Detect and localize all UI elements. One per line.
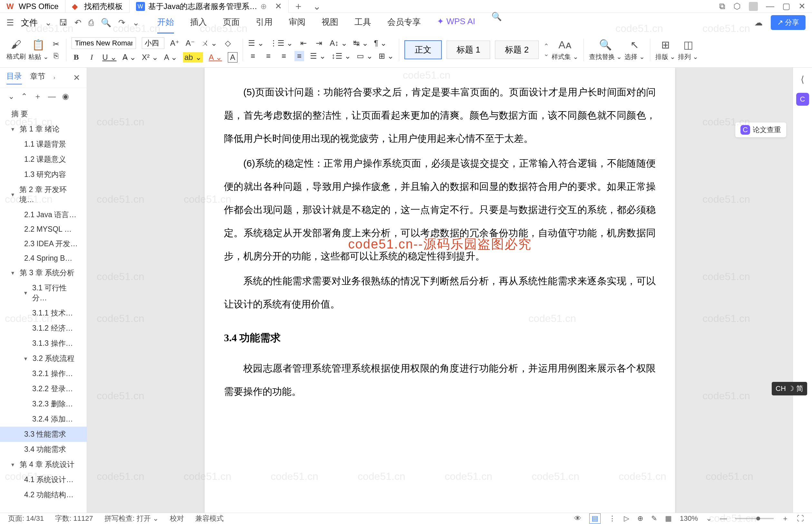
copy-icon[interactable]: ⎘ [51, 51, 61, 60]
align-center-icon[interactable]: ≡ [264, 52, 273, 61]
outline-item-8[interactable]: 2.3 IDEA 开发… [0, 236, 87, 251]
preview-icon[interactable]: 🔍 [101, 18, 111, 28]
outline-item-4[interactable]: 1.3 研究内容 [0, 167, 87, 182]
cube-icon[interactable]: ⬡ [733, 1, 741, 11]
zoom-in-icon[interactable]: ＋ [782, 514, 789, 523]
chevron-down-icon[interactable]: ▾ [11, 269, 17, 277]
maximize-icon[interactable]: ▢ [782, 1, 791, 11]
select-button[interactable]: ↖ 选择 ⌄ [625, 39, 645, 61]
outline-item-0[interactable]: 摘 要 [0, 107, 87, 121]
highlight-button[interactable]: ab ⌄ [183, 52, 203, 63]
hamburger-icon[interactable]: ☰ [6, 18, 14, 28]
menu-tab-wpsai[interactable]: ✦ WPS AI [437, 12, 475, 33]
increase-font-icon[interactable]: A⁺ [170, 39, 180, 48]
window-icon[interactable]: ⧉ [719, 1, 725, 11]
tab-document[interactable]: W 基于Java的志愿者服务管理系… ⊕ ✕ [130, 0, 289, 13]
outline-item-1[interactable]: ▾第 1 章 绪论 [0, 121, 87, 137]
outline-item-15[interactable]: ▾3.2 系统流程 [0, 351, 87, 366]
eye-icon[interactable]: 👁 [574, 514, 581, 523]
tab-templates[interactable]: ◆ 找稻壳模板 [65, 0, 130, 13]
outline-item-23[interactable]: 4.1 系统设计… [0, 472, 87, 487]
outline-item-3[interactable]: 1.2 课题意义 [0, 152, 87, 167]
outline-item-14[interactable]: 3.1.3 操作… [0, 336, 87, 351]
menu-tab-view[interactable]: 视图 [321, 12, 338, 33]
tab-wps-office[interactable]: W WPS Office [0, 0, 65, 13]
file-menu[interactable]: 文件 [21, 17, 38, 28]
paragraph-perf[interactable]: 系统的性能需求需要对业务很熟练的情况下判断然后分析，再从系统性能需求来逐条实现，… [224, 269, 656, 316]
clear-format-icon[interactable]: ◇ [223, 39, 233, 48]
collapse-icon[interactable]: ⌃ [21, 92, 28, 101]
search-icon[interactable]: 🔍 [492, 12, 502, 33]
minimize-icon[interactable]: — [766, 1, 774, 11]
chevron-down-icon[interactable]: ▾ [11, 126, 17, 133]
outline-item-18[interactable]: 3.2.3 删除… [0, 396, 87, 411]
redo-icon[interactable]: ↷ [118, 18, 125, 28]
outline-item-24[interactable]: 4.2 功能结构… [0, 487, 87, 503]
play-icon[interactable]: ▷ [624, 514, 629, 523]
view-icon[interactable]: ◉ [62, 92, 69, 101]
layout-mode-icon[interactable]: ⋮ [609, 514, 616, 523]
paragraph-func[interactable]: 校园志愿者管理系统管理系统根据使用权限的角度进行功能分析，并运用用例图来展示各个… [224, 357, 656, 403]
style-heading1[interactable]: 标题 1 [447, 40, 491, 59]
outline-item-16[interactable]: 3.2.1 操作… [0, 366, 87, 381]
chevron-down-icon[interactable]: ▾ [11, 191, 17, 198]
outline-item-20[interactable]: 3.3 性能需求 [0, 427, 87, 442]
border-icon[interactable]: ⊞ ⌄ [379, 52, 394, 61]
spell-check-status[interactable]: 拼写检查: 打开 ⌄ [104, 514, 159, 523]
menu-tab-reference[interactable]: 引用 [256, 12, 272, 33]
char-border-button[interactable]: A [228, 52, 237, 63]
zoom-level[interactable]: 130% [680, 514, 698, 523]
chevron-down-icon[interactable]: ▾ [24, 355, 30, 362]
read-mode-icon[interactable]: ▤ [589, 513, 601, 524]
arrow-icon[interactable]: ⌄ [45, 18, 52, 28]
add-tab-button[interactable]: ＋ [289, 0, 308, 13]
paper-check-button[interactable]: C 论文查重 [735, 122, 786, 137]
align-left-icon[interactable]: ≡ [248, 52, 258, 61]
paste-button[interactable]: 📋 粘贴 ⌄ [28, 39, 49, 61]
strikethrough-button[interactable]: A̵ ⌄ [122, 53, 136, 62]
show-marks-icon[interactable]: ¶ ⌄ [374, 39, 387, 48]
decrease-font-icon[interactable]: A⁻ [186, 39, 195, 48]
save-icon[interactable]: 🖫 [59, 18, 67, 28]
align-justify-icon[interactable]: ≡ [295, 51, 304, 61]
outline-item-21[interactable]: 3.4 功能需求 [0, 442, 87, 457]
zoom-dropdown-icon[interactable]: ⌄ [706, 514, 712, 523]
find-replace-button[interactable]: 🔍 查找替换 ⌄ [589, 39, 622, 61]
print-icon[interactable]: ⎙ [88, 18, 94, 28]
heading-3-4[interactable]: 3.4 功能需求 [224, 326, 656, 350]
distribute-icon[interactable]: ☰ ⌄ [310, 52, 326, 61]
more-icon[interactable]: ⌄ [132, 18, 139, 28]
edit-mode-icon[interactable]: ✎ [651, 514, 657, 523]
menu-tab-page[interactable]: 页面 [223, 12, 240, 33]
outline-item-19[interactable]: 3.2.4 添加… [0, 411, 87, 427]
outline-item-17[interactable]: 3.2.2 登录… [0, 381, 87, 396]
menu-tab-home[interactable]: 开始 [157, 12, 174, 33]
web-mode-icon[interactable]: ⊕ [637, 514, 643, 523]
menu-tab-insert[interactable]: 插入 [190, 12, 207, 33]
sidebar-next-icon[interactable]: › [53, 75, 55, 81]
remove-icon[interactable]: — [48, 92, 56, 101]
size-select[interactable] [142, 37, 164, 49]
expand-icon[interactable]: ⌄ [8, 92, 15, 101]
order-button[interactable]: ◫ 排列 ⌄ [678, 39, 698, 61]
share-button[interactable]: ↗ 分享 [771, 15, 806, 30]
style-more-icon[interactable]: ⌃⌄ [544, 42, 549, 58]
outline-item-2[interactable]: 1.1 课题背景 [0, 137, 87, 152]
outline-item-22[interactable]: ▾第 4 章 系统设计 [0, 457, 87, 472]
outline-item-13[interactable]: 3.1.2 经济… [0, 321, 87, 336]
shading-icon[interactable]: ▭ ⌄ [357, 52, 373, 61]
underline-button[interactable]: U ⌄ [102, 53, 117, 62]
ime-indicator[interactable]: CH ☽ 简 [772, 382, 807, 395]
outline-item-9[interactable]: 2.4 Spring B… [0, 251, 87, 265]
chevron-down-icon[interactable]: ▾ [24, 290, 30, 296]
format-painter-button[interactable]: 🖌 格式刷 [6, 39, 26, 61]
superscript-button[interactable]: X² ⌄ [142, 53, 158, 62]
bold-button[interactable]: B [71, 53, 81, 62]
font-color-button[interactable]: A ⌄ [209, 53, 222, 62]
styleset-button[interactable]: Aᴀ 样式集 ⌄ [552, 39, 578, 61]
menu-tab-member[interactable]: 会员专享 [387, 12, 421, 33]
sidebar-close-icon[interactable]: ✕ [73, 73, 80, 83]
increase-indent-icon[interactable]: ⇥ [314, 39, 324, 48]
outline-mode-icon[interactable]: ▦ [665, 514, 672, 523]
outline-item-7[interactable]: 2.2 MYSQL … [0, 223, 87, 236]
